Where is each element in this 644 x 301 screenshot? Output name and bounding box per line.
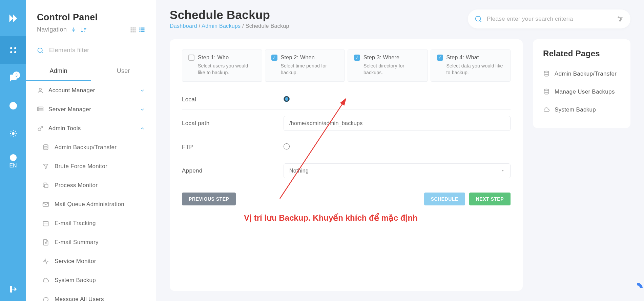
nav-process-monitor[interactable]: Process Monitor bbox=[26, 176, 156, 195]
svg-rect-32 bbox=[45, 184, 48, 188]
step-when[interactable]: ✓ Step 2: When Select time period for ba… bbox=[265, 49, 345, 82]
append-select[interactable]: Nothing bbox=[284, 163, 511, 178]
chevron-up-icon bbox=[140, 126, 145, 131]
svg-point-2 bbox=[10, 51, 12, 53]
nav-admin-tools[interactable]: Admin Tools bbox=[26, 119, 156, 138]
iconbar-messages[interactable]: 3 bbox=[0, 64, 26, 92]
iconbar: 3 EN bbox=[0, 0, 26, 301]
iconbar-logout[interactable] bbox=[0, 277, 26, 301]
svg-point-24 bbox=[39, 88, 42, 91]
checkbox-checked-icon: ✓ bbox=[271, 55, 277, 61]
grid-view-icon[interactable] bbox=[130, 27, 136, 33]
search-icon bbox=[37, 47, 44, 54]
recaptcha-badge bbox=[630, 281, 644, 295]
search-input[interactable] bbox=[487, 16, 612, 22]
gear-icon bbox=[37, 125, 44, 132]
iconbar-dashboard[interactable] bbox=[0, 36, 26, 64]
svg-rect-22 bbox=[141, 31, 145, 32]
steps-row: Step 1: Who Select users you would like … bbox=[182, 49, 511, 82]
iconbar-user[interactable] bbox=[0, 92, 26, 120]
next-step-button[interactable]: NEXT STEP bbox=[469, 193, 511, 205]
local-path-label: Local path bbox=[182, 120, 284, 127]
svg-rect-9 bbox=[132, 27, 134, 28]
document-icon bbox=[42, 239, 49, 246]
svg-rect-15 bbox=[132, 31, 134, 32]
iconbar-language[interactable]: EN bbox=[0, 147, 26, 175]
svg-point-3 bbox=[14, 51, 16, 53]
nav-email-summary[interactable]: E-mail Summary bbox=[26, 233, 156, 252]
language-code: EN bbox=[9, 163, 17, 169]
cloud-icon bbox=[543, 106, 550, 113]
svg-rect-17 bbox=[140, 27, 141, 28]
nav-mail-queue[interactable]: Mail Queue Administration bbox=[26, 195, 156, 214]
database-icon bbox=[543, 71, 550, 77]
svg-rect-11 bbox=[131, 29, 132, 31]
svg-point-31 bbox=[43, 145, 48, 146]
svg-point-30 bbox=[41, 126, 43, 128]
schedule-button[interactable]: SCHEDULE bbox=[424, 193, 465, 205]
nav-system-backup[interactable]: System Backup bbox=[26, 271, 156, 290]
svg-point-27 bbox=[39, 108, 39, 108]
svg-point-37 bbox=[476, 16, 481, 21]
user-icon bbox=[37, 87, 44, 94]
ftp-radio[interactable] bbox=[284, 143, 290, 149]
svg-rect-34 bbox=[43, 221, 48, 226]
nav-label: Navigation bbox=[37, 26, 67, 33]
previous-step-button[interactable]: PREVIOUS STEP bbox=[182, 193, 236, 205]
filter-placeholder: Elements filter bbox=[49, 47, 89, 54]
nav-service-monitor[interactable]: Service Monitor bbox=[26, 252, 156, 271]
database-icon bbox=[543, 88, 550, 95]
page-title: Schedule Backup bbox=[170, 8, 457, 22]
svg-point-42 bbox=[544, 71, 548, 73]
svg-point-1 bbox=[14, 47, 16, 49]
step-where[interactable]: ✓ Step 3: Where Select directory for bac… bbox=[348, 49, 428, 82]
chat-icon bbox=[42, 296, 49, 301]
svg-rect-21 bbox=[140, 31, 141, 32]
step-what[interactable]: ✓ Step 4: What Select data you would lik… bbox=[431, 49, 511, 82]
nav-server-manager[interactable]: Server Manager bbox=[26, 100, 156, 119]
pin-icon[interactable] bbox=[71, 27, 76, 33]
tab-admin[interactable]: Admin bbox=[26, 62, 91, 81]
svg-rect-18 bbox=[141, 27, 145, 28]
svg-rect-12 bbox=[132, 29, 134, 31]
sort-icon[interactable] bbox=[80, 26, 87, 33]
svg-point-0 bbox=[10, 47, 12, 49]
nav-email-tracking[interactable]: E-mail Tracking bbox=[26, 214, 156, 233]
related-system-backup[interactable]: System Backup bbox=[543, 101, 620, 119]
svg-rect-10 bbox=[134, 27, 136, 28]
panel-title: Control Panel bbox=[37, 12, 145, 23]
list-view-icon[interactable] bbox=[139, 27, 145, 33]
step-who[interactable]: Step 1: Who Select users you would like … bbox=[182, 49, 262, 82]
nav-account-manager[interactable]: Account Manager bbox=[26, 81, 156, 100]
breadcrumb: Dashboard / Admin Backups / Schedule Bac… bbox=[170, 23, 457, 29]
svg-rect-16 bbox=[134, 31, 136, 32]
crumb-dashboard[interactable]: Dashboard bbox=[170, 23, 197, 29]
related-title: Related Pages bbox=[543, 49, 620, 58]
svg-point-5 bbox=[12, 104, 14, 106]
svg-point-6 bbox=[12, 133, 14, 135]
elements-filter[interactable]: Elements filter bbox=[26, 40, 156, 62]
server-icon bbox=[37, 106, 44, 113]
main: Schedule Backup Dashboard / Admin Backup… bbox=[156, 0, 644, 301]
nav-admin-backup-transfer[interactable]: Admin Backup/Transfer bbox=[26, 138, 156, 157]
nav-message-all[interactable]: Message All Users bbox=[26, 290, 156, 301]
svg-rect-20 bbox=[141, 29, 145, 30]
search-box[interactable] bbox=[468, 9, 630, 28]
svg-rect-19 bbox=[140, 29, 141, 30]
nav-brute-force[interactable]: Brute Force Monitor bbox=[26, 157, 156, 176]
tab-user[interactable]: User bbox=[91, 62, 156, 81]
database-icon bbox=[42, 144, 49, 151]
caret-down-icon bbox=[501, 169, 505, 173]
local-radio[interactable] bbox=[284, 96, 290, 102]
search-icon bbox=[475, 15, 482, 23]
svg-point-29 bbox=[38, 128, 41, 131]
crumb-admin-backups[interactable]: Admin Backups bbox=[202, 23, 241, 29]
iconbar-settings[interactable] bbox=[0, 120, 26, 147]
copy-icon bbox=[42, 182, 49, 189]
related-manage-user-backups[interactable]: Manage User Backups bbox=[543, 83, 620, 101]
related-admin-backup[interactable]: Admin Backup/Transfer bbox=[543, 65, 620, 83]
local-path-input[interactable] bbox=[284, 116, 511, 131]
svg-rect-8 bbox=[131, 27, 132, 28]
logo-icon[interactable] bbox=[0, 0, 26, 36]
filter-icon[interactable] bbox=[617, 16, 624, 22]
